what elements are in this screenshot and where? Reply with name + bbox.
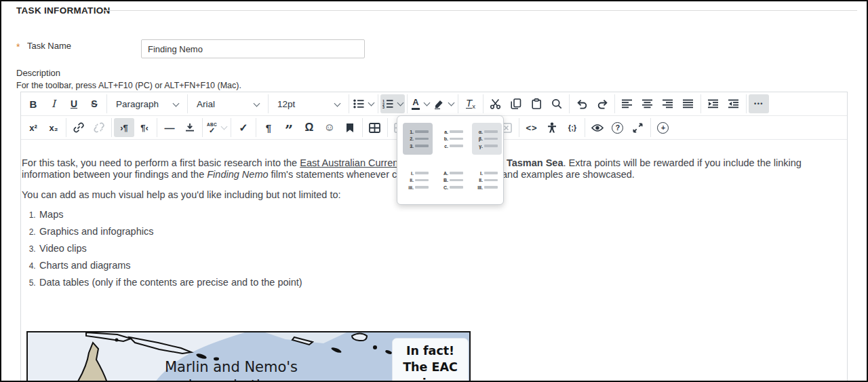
copy-icon (511, 98, 521, 109)
chevron-down-icon (254, 100, 260, 107)
code-sample-button[interactable]: {;} (562, 118, 583, 137)
toolbar-divider (187, 94, 188, 113)
align-right-button[interactable] (658, 94, 678, 113)
spellcheck-button[interactable]: ABC✓ (205, 118, 229, 137)
east-australian-current-link[interactable]: East Australian Current (300, 157, 401, 168)
align-center-button[interactable] (637, 94, 658, 113)
emoticon-button[interactable]: ☺ (319, 118, 340, 137)
fullscreen-icon (633, 123, 643, 133)
bold-button[interactable]: B (23, 94, 43, 113)
align-justify-icon (683, 99, 694, 109)
paste-button[interactable] (526, 94, 547, 113)
bullet-list-button[interactable] (351, 94, 376, 113)
special-character-button[interactable]: Ω (299, 118, 319, 137)
search-icon (551, 98, 562, 109)
subscript-button[interactable]: x₂ (43, 118, 64, 137)
chevron-down-icon (334, 100, 341, 107)
align-justify-button[interactable] (678, 94, 698, 113)
toolbar-divider (650, 118, 651, 137)
task-name-label: Task Name (27, 41, 71, 51)
undo-icon (576, 99, 588, 109)
list-style-decimal[interactable]: 1. 2. 3. (403, 123, 433, 155)
paragraph-mark-button[interactable]: ¶ (258, 118, 279, 137)
font-size-select[interactable]: 12pt (271, 94, 347, 113)
toolbar-divider (231, 118, 231, 137)
underline-icon: U (71, 98, 77, 109)
bookmark-icon (346, 123, 354, 133)
plus-circle-icon: + (657, 122, 669, 134)
blockquote-button[interactable]: ” (279, 118, 299, 137)
checkmark-icon: ✓ (239, 121, 248, 134)
indent-button[interactable] (703, 94, 724, 113)
bold-icon: B (30, 98, 37, 110)
chevron-down-icon (221, 123, 228, 130)
strikethrough-button[interactable]: S (84, 94, 104, 113)
italic-icon: I (52, 98, 56, 110)
clear-formatting-button[interactable]: Tx (460, 94, 481, 113)
list-style-lower-alpha[interactable]: a. b. c. (437, 123, 467, 155)
horizontal-rule-icon: — (165, 122, 175, 134)
task-name-input[interactable] (141, 39, 365, 58)
toolbar-divider (483, 94, 484, 113)
ltr-paragraph-button[interactable]: ›¶ (114, 118, 134, 137)
more-tools-button[interactable]: ••• (749, 94, 769, 113)
list-item: Graphics and infographics (38, 226, 846, 237)
insert-content-button[interactable]: + (653, 118, 673, 137)
help-button[interactable]: ? (608, 118, 628, 137)
unlink-icon (94, 122, 104, 133)
outdent-icon (728, 99, 739, 109)
align-left-button[interactable] (617, 94, 637, 113)
horizontal-rule-button[interactable]: — (159, 118, 180, 137)
italic-button[interactable]: I (43, 94, 64, 113)
page-break-button[interactable] (180, 118, 200, 137)
list-style-upper-roman[interactable]: I. II. III. (472, 164, 502, 196)
indent-icon (708, 99, 719, 109)
search-button[interactable] (547, 94, 567, 113)
undo-button[interactable] (572, 94, 592, 113)
rtl-paragraph-button[interactable]: ¶‹ (134, 118, 155, 137)
copy-button[interactable] (506, 94, 526, 113)
toolbar-row-1: B I U S Paragraph Arial 12pt 123 (21, 92, 847, 116)
list-item: Maps (38, 209, 846, 221)
help-icon: ? (612, 122, 623, 134)
underline-button[interactable]: U (64, 94, 84, 113)
strikethrough-icon: S (91, 98, 97, 109)
highlight-color-button[interactable] (431, 94, 456, 113)
svg-text:3: 3 (382, 105, 384, 109)
map-caption: Marlin and Nemo's home in the (106, 358, 357, 382)
numbered-list-button[interactable]: 123 (380, 94, 405, 113)
font-family-select[interactable]: Arial (190, 94, 266, 113)
accessibility-checker-button[interactable] (542, 118, 562, 137)
pilcrow-icon: ¶ (266, 122, 271, 134)
anchor-button[interactable] (340, 118, 360, 137)
rtl-icon: ¶‹ (140, 123, 149, 133)
check-button[interactable]: ✓ (233, 118, 254, 137)
source-code-button[interactable]: <> (521, 118, 542, 137)
cut-button[interactable] (486, 94, 506, 113)
insert-link-button[interactable] (68, 118, 89, 137)
accessibility-icon (547, 122, 557, 133)
list-style-upper-alpha[interactable]: A. B. C. (437, 164, 467, 196)
text-color-button[interactable]: A (410, 94, 431, 113)
toolbar-divider (458, 94, 458, 113)
remove-link-button[interactable] (89, 118, 109, 137)
toolbar-divider (202, 118, 203, 137)
eac-map-image[interactable]: Marlin and Nemo's home in the In fact! T… (26, 331, 471, 382)
list-item: Data tables (only if the contents are pr… (38, 277, 846, 288)
toolbar-hint: For the toolbar, press ALT+F10 (PC) or A… (16, 81, 241, 90)
redo-button[interactable] (592, 94, 612, 113)
ellipsis-icon: ••• (754, 100, 764, 107)
outdent-button[interactable] (724, 94, 744, 113)
text-color-icon: A (412, 98, 420, 109)
insert-table-button[interactable] (365, 118, 385, 137)
toolbar-divider (387, 118, 388, 137)
list-style-lower-greek[interactable]: α. β. γ. (472, 123, 502, 155)
table-icon (369, 123, 380, 133)
toolbar-divider (349, 94, 349, 113)
superscript-button[interactable]: x² (23, 118, 43, 137)
preview-button[interactable] (587, 118, 608, 137)
paragraph-style-select[interactable]: Paragraph (109, 94, 185, 113)
ltr-icon: ›¶ (120, 123, 128, 133)
list-style-lower-roman[interactable]: i. ii. iii. (403, 164, 433, 196)
fullscreen-button[interactable] (628, 118, 648, 137)
